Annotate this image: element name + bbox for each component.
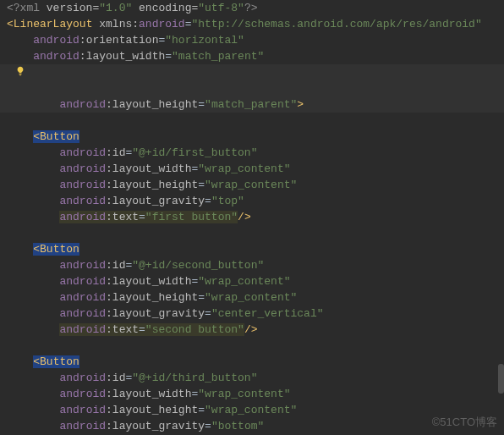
code-line[interactable]: android:layout_height="wrap_content" [0, 289, 504, 306]
lightbulb-icon[interactable] [15, 66, 25, 76]
code-line[interactable]: android:orientation="horizontal" [0, 32, 504, 48]
code-line[interactable]: android:layout_width="match_parent" [0, 48, 504, 64]
scrollbar-thumb[interactable] [498, 364, 504, 394]
code-line[interactable]: <?xml version="1.0" encoding="utf-8"?> [0, 0, 504, 16]
code-line[interactable]: android:layout_width="wrap_content" [0, 161, 504, 177]
code-line-blank[interactable] [0, 225, 504, 241]
code-line[interactable]: android:text="second button"/> [0, 322, 504, 338]
code-line[interactable]: android:id="@+id/second_button" [0, 257, 504, 273]
code-line[interactable]: <Button [0, 354, 504, 370]
code-line[interactable]: android:layout_height="wrap_content" [0, 402, 504, 418]
code-line[interactable]: <Button [0, 129, 504, 145]
tag-button: Button [40, 243, 79, 256]
code-line[interactable]: android:layout_height="wrap_content" [0, 177, 504, 193]
code-line[interactable]: android:layout_width="wrap_content" [0, 386, 504, 402]
code-line[interactable]: android:layout_gravity="bottom" [0, 418, 504, 434]
code-line[interactable]: android:id="@+id/first_button" [0, 145, 504, 161]
xml-pi: <?xml [7, 2, 40, 14]
tag-button: Button [40, 355, 79, 368]
code-line[interactable]: android:layout_gravity="top" [0, 193, 504, 209]
code-line-selected[interactable]: android:layout_height="match_parent"> [0, 64, 504, 113]
code-line-blank[interactable] [0, 338, 504, 354]
tag-button: Button [40, 130, 79, 143]
code-line[interactable]: android:text="first button"/> [0, 209, 504, 225]
code-line[interactable]: android:layout_width="wrap_content" [0, 273, 504, 289]
code-line[interactable]: <LinearLayout xmlns:android="http://sche… [0, 16, 504, 32]
tag-linearlayout: LinearLayout [14, 18, 93, 30]
code-line[interactable]: <Button [0, 241, 504, 257]
code-line[interactable]: android:id="@+id/third_button" [0, 370, 504, 386]
code-editor[interactable]: <?xml version="1.0" encoding="utf-8"?> <… [0, 0, 504, 435]
code-line-blank[interactable] [0, 113, 504, 129]
code-line[interactable]: android:layout_gravity="center_vertical" [0, 306, 504, 322]
